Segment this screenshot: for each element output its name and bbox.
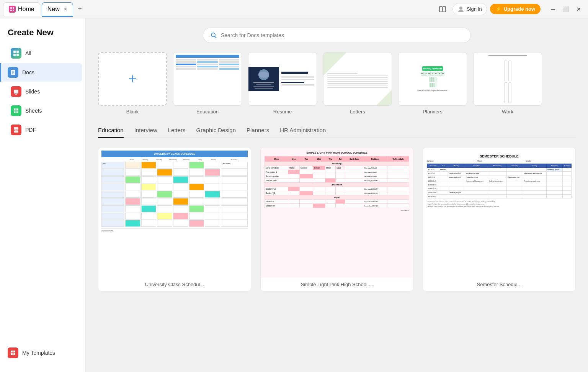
tab-home[interactable]: Home xyxy=(3,2,40,16)
tab-home-label: Home xyxy=(18,6,34,13)
sidebar-bottom: My Templates xyxy=(0,340,85,366)
template-card-resume[interactable]: Resume xyxy=(248,52,317,115)
svg-rect-11 xyxy=(14,90,18,93)
main-layout: Create New All Docs Slides Sheets xyxy=(0,18,588,372)
template-card-letters[interactable]: Letters xyxy=(323,52,392,115)
sign-in-button[interactable]: Sign in xyxy=(452,3,487,15)
template-thumb-planners: Weekly Schedule Mo Tu We Th Fr Sa Su xyxy=(398,52,467,106)
user-icon xyxy=(457,6,464,13)
svg-text:PDF: PDF xyxy=(14,129,19,131)
tab-new[interactable]: New ✕ xyxy=(42,2,73,16)
svg-rect-21 xyxy=(11,351,13,352)
window-sidebar-icon[interactable] xyxy=(436,2,449,16)
svg-rect-24 xyxy=(13,353,15,355)
maximize-button[interactable]: ⬜ xyxy=(560,3,572,15)
search-icon xyxy=(210,32,217,39)
template-thumb-education xyxy=(173,52,242,106)
sidebar-sheets-label: Sheets xyxy=(25,108,42,114)
header-right: Sign in ⚡ Upgrade now ─ ⬜ ✕ xyxy=(436,2,585,16)
svg-rect-5 xyxy=(13,54,16,56)
search-bar xyxy=(203,28,471,43)
tab-letters[interactable]: Letters xyxy=(168,127,186,137)
search-bar-wrap xyxy=(98,28,576,43)
close-button[interactable]: ✕ xyxy=(573,3,585,15)
upgrade-button[interactable]: ⚡ Upgrade now xyxy=(490,4,541,14)
doc-card-pink[interactable]: SIMPLE LIGHT PINK HIGH SCHOOL SCHEDULE W… xyxy=(260,147,413,292)
template-card-education[interactable]: Education xyxy=(173,52,242,115)
slides-icon xyxy=(11,86,21,97)
search-input[interactable] xyxy=(221,32,464,38)
doc-title-semester: Semester Schedul... xyxy=(423,278,575,291)
tab-add-button[interactable]: + xyxy=(75,4,85,15)
sidebar: Create New All Docs Slides Sheets xyxy=(0,18,86,372)
svg-rect-22 xyxy=(13,351,15,352)
template-label-resume: Resume xyxy=(248,109,317,115)
tab-education[interactable]: Education xyxy=(98,127,124,138)
doc-preview-pink: SIMPLE LIGHT PINK HIGH SCHOOL SCHEDULE W… xyxy=(261,147,413,278)
template-card-work[interactable]: Work xyxy=(473,52,542,115)
tab-hr-administration[interactable]: HR Administration xyxy=(280,127,326,137)
svg-rect-3 xyxy=(13,51,16,53)
sidebar-item-my-templates[interactable]: My Templates xyxy=(3,344,82,362)
template-label-planners: Planners xyxy=(398,109,467,115)
svg-rect-0 xyxy=(439,7,442,12)
template-label-work: Work xyxy=(473,109,542,115)
doc-preview-semester: + SEMESTER SCHEDULE College: Major: Grad… xyxy=(423,147,575,278)
sidebar-item-slides[interactable]: Slides xyxy=(3,82,82,101)
svg-rect-1 xyxy=(443,7,446,12)
document-grid: UNIVERSITY CLASS SCHEDULE Share Monday T… xyxy=(98,147,576,292)
template-thumb-work xyxy=(473,52,542,106)
svg-line-26 xyxy=(215,36,216,38)
doc-preview-univ: UNIVERSITY CLASS SCHEDULE Share Monday T… xyxy=(98,147,251,278)
template-thumb-letters xyxy=(323,52,392,106)
doc-title-univ: University Class Schedul... xyxy=(98,278,251,291)
sidebar-item-docs[interactable]: Docs xyxy=(0,63,82,82)
tab-interview[interactable]: Interview xyxy=(134,127,157,137)
tab-new-label: New xyxy=(47,6,60,13)
sign-in-label: Sign in xyxy=(467,6,482,12)
sidebar-item-all[interactable]: All xyxy=(3,44,82,62)
doc-title-pink: Simple Light Pink High School ... xyxy=(261,278,413,291)
template-card-planners[interactable]: Weekly Schedule Mo Tu We Th Fr Sa Su xyxy=(398,52,467,115)
tab-graphic-design[interactable]: Graphic Design xyxy=(196,127,236,137)
template-label-education: Education xyxy=(173,109,242,115)
template-label-letters: Letters xyxy=(323,109,392,115)
template-label-blank: Blank xyxy=(98,109,167,115)
svg-rect-23 xyxy=(11,353,13,355)
blank-plus-icon: + xyxy=(128,71,136,87)
sidebar-docs-label: Docs xyxy=(22,69,34,75)
title-bar: Home New ✕ + Sign in ⚡ Upgrade now ─ ⬜ ✕ xyxy=(0,0,588,18)
svg-point-2 xyxy=(459,7,462,10)
home-logo-icon xyxy=(9,6,16,13)
svg-rect-4 xyxy=(16,51,19,53)
sidebar-title: Create New xyxy=(0,25,85,44)
my-templates-label: My Templates xyxy=(22,350,55,356)
sidebar-item-pdf[interactable]: PDF PDF xyxy=(3,121,82,139)
template-thumb-blank: + xyxy=(98,52,167,106)
tab-planners[interactable]: Planners xyxy=(247,127,269,137)
svg-rect-6 xyxy=(16,54,19,56)
docs-icon xyxy=(8,67,18,78)
sidebar-item-sheets[interactable]: Sheets xyxy=(3,102,82,120)
minimize-button[interactable]: ─ xyxy=(547,3,559,15)
upgrade-icon: ⚡ xyxy=(495,6,501,12)
template-card-blank[interactable]: + Blank xyxy=(98,52,167,115)
svg-rect-14 xyxy=(14,108,18,113)
template-grid: + Blank xyxy=(98,52,576,115)
sidebar-pdf-label: PDF xyxy=(25,127,36,133)
sidebar-spacer xyxy=(0,139,85,340)
template-thumb-resume xyxy=(248,52,317,106)
upgrade-label: Upgrade now xyxy=(504,6,535,12)
category-tabs: Education Interview Letters Graphic Desi… xyxy=(98,127,576,138)
all-icon xyxy=(11,48,21,59)
sheets-icon xyxy=(11,105,21,116)
doc-card-univ[interactable]: UNIVERSITY CLASS SCHEDULE Share Monday T… xyxy=(98,147,251,292)
pdf-icon: PDF xyxy=(11,125,21,135)
content-area: + Blank xyxy=(86,18,588,372)
sidebar-slides-label: Slides xyxy=(25,88,40,95)
tab-close-icon[interactable]: ✕ xyxy=(64,7,67,12)
doc-card-semester[interactable]: + SEMESTER SCHEDULE College: Major: Grad… xyxy=(423,147,576,292)
my-templates-icon xyxy=(8,347,18,358)
window-controls: ─ ⬜ ✕ xyxy=(547,3,585,15)
sidebar-all-label: All xyxy=(25,50,31,56)
